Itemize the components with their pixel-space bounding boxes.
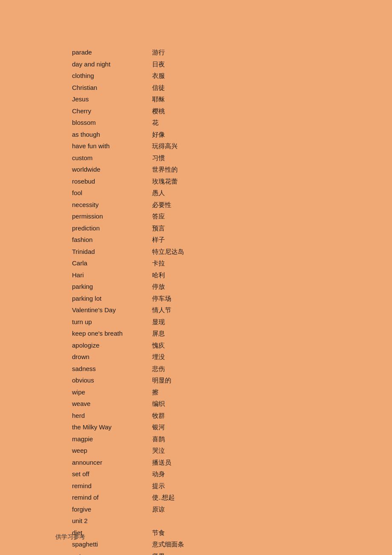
english-word: magpie	[72, 434, 149, 445]
english-word: weave	[72, 398, 149, 409]
english-word: as though	[72, 129, 149, 140]
english-word: blossom	[72, 117, 149, 128]
english-word: keep one's breath	[72, 328, 149, 339]
chinese-translation: 卡拉	[152, 258, 165, 269]
english-word: weep	[72, 445, 149, 456]
chinese-translation: 悲伤	[152, 363, 165, 374]
list-item: parking停放	[72, 281, 392, 292]
chinese-translation: 预言	[152, 223, 165, 234]
english-word: Valentine's Day	[72, 305, 149, 316]
chinese-translation: 游行	[152, 47, 165, 58]
chinese-translation: 玩得高兴	[152, 141, 178, 152]
chinese-translation: 样子	[152, 234, 165, 245]
list-item: prediction预言	[72, 223, 392, 234]
list-item: as though好像	[72, 129, 392, 140]
list-item: have fun with玩得高兴	[72, 141, 392, 152]
english-word: set off	[72, 469, 149, 480]
list-item: weave编织	[72, 398, 392, 409]
list-item: weep哭泣	[72, 445, 392, 456]
english-word: custom	[72, 152, 149, 164]
english-word: have fun with	[72, 141, 149, 152]
english-word: day and night	[72, 59, 149, 70]
chinese-translation: 停放	[152, 281, 165, 292]
english-word: announcer	[72, 457, 149, 468]
english-word: sadness	[72, 363, 149, 374]
english-word: Carla	[72, 258, 149, 269]
list-item: spaghetti意式细面条	[72, 539, 392, 550]
list-item: permission答应	[72, 211, 392, 222]
list-item: parking lot停车场	[72, 293, 392, 304]
chinese-translation: 提示	[152, 480, 165, 492]
english-word: herd	[72, 410, 149, 421]
list-item: Cherry樱桃	[72, 106, 392, 117]
chinese-translation: 播送员	[152, 457, 171, 468]
chinese-translation: 花	[152, 117, 159, 128]
english-word: the Milky Way	[72, 422, 149, 433]
chinese-translation: 樱桃	[152, 106, 165, 117]
chinese-translation: 意式细面条	[152, 539, 184, 550]
list-item: unit 2	[72, 515, 392, 526]
chinese-translation: 节食	[152, 527, 165, 538]
list-item: remind of使..想起	[72, 492, 392, 503]
chinese-translation: 显现	[152, 316, 165, 328]
list-item: obvious明显的	[72, 375, 392, 386]
list-item: Carla卡拉	[72, 258, 392, 269]
list-item: fashion样子	[72, 234, 392, 245]
english-word: Hari	[72, 270, 149, 281]
english-word: unit 2	[72, 515, 149, 526]
chinese-translation: 愧疚	[152, 340, 165, 351]
chinese-translation: 编织	[152, 398, 165, 409]
list-item: clothing衣服	[72, 70, 392, 81]
chinese-translation: 答应	[152, 211, 165, 222]
chinese-translation: 必要性	[152, 199, 171, 210]
list-item: herd牧群	[72, 410, 392, 421]
english-word: rosebud	[72, 176, 149, 187]
english-word: Christian	[72, 82, 149, 93]
chinese-translation: 玫瑰花蕾	[152, 176, 178, 187]
chinese-translation: 动身	[152, 469, 165, 480]
english-word: permission	[72, 211, 149, 222]
english-word: wipe	[72, 387, 149, 398]
list-item: Jesus耶稣	[72, 94, 392, 105]
list-item: diet节食	[72, 527, 392, 538]
chinese-translation: 明显的	[152, 375, 171, 386]
chinese-translation: 衣服	[152, 70, 165, 81]
list-item: apologize愧疚	[72, 340, 392, 351]
list-item: blossom花	[72, 117, 392, 128]
list-item: the Milky Way银河	[72, 422, 392, 433]
english-word: nut	[72, 551, 149, 555]
list-item: Hari哈利	[72, 270, 392, 281]
chinese-translation: 哭泣	[152, 445, 165, 456]
english-word: parade	[72, 47, 149, 58]
chinese-translation: 银河	[152, 422, 165, 433]
list-item: magpie喜鹊	[72, 434, 392, 445]
chinese-translation: 情人节	[152, 305, 171, 316]
list-item: parade游行	[72, 47, 392, 58]
english-word: parking lot	[72, 293, 149, 304]
english-word: forgive	[72, 504, 149, 515]
list-item: remind提示	[72, 480, 392, 492]
english-word: clothing	[72, 70, 149, 81]
list-item: set off动身	[72, 469, 392, 480]
chinese-translation: 擦	[152, 387, 159, 398]
chinese-translation: 原谅	[152, 504, 165, 515]
english-word: remind of	[72, 492, 149, 503]
list-item: sadness悲伤	[72, 363, 392, 374]
list-item: worldwide世界性的	[72, 164, 392, 175]
chinese-translation: 停车场	[152, 293, 171, 304]
english-word: fool	[72, 187, 149, 198]
list-item: nut坚果	[72, 551, 392, 555]
chinese-translation: 愚人	[152, 187, 165, 198]
vocab-list: parade游行day and night日夜clothing衣服Christi…	[72, 47, 392, 555]
english-word: parking	[72, 281, 149, 292]
chinese-translation: 使..想起	[152, 492, 175, 503]
chinese-translation: 世界性的	[152, 164, 178, 175]
list-item: Christian信徒	[72, 82, 392, 93]
footer: 供学习参考	[55, 533, 85, 541]
english-word: Jesus	[72, 94, 149, 105]
english-word: remind	[72, 480, 149, 492]
list-item: announcer播送员	[72, 457, 392, 468]
list-item: custom习惯	[72, 152, 392, 164]
list-item: necessity必要性	[72, 199, 392, 210]
english-word: obvious	[72, 375, 149, 386]
